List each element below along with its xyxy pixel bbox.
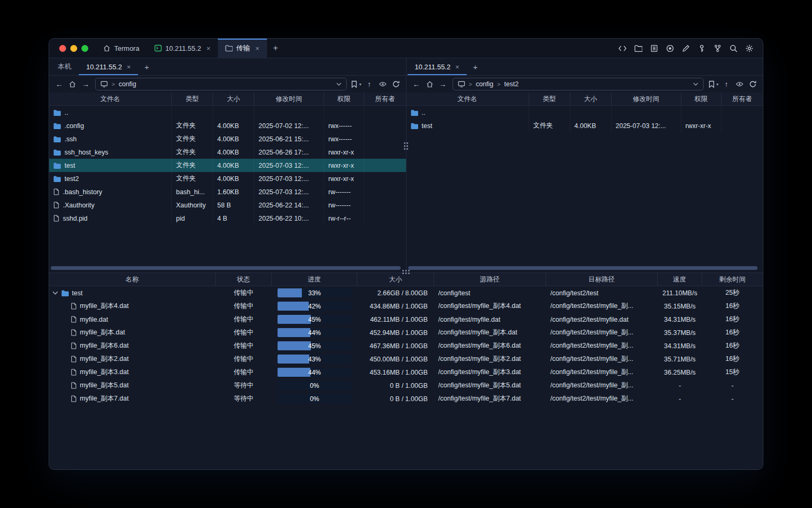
close-tab-icon[interactable]: × — [255, 45, 260, 52]
file-row[interactable]: .ssh 文件夹 4.00KB 2025-06-21 15:... rwx---… — [49, 132, 406, 146]
cell-size: 4.00KB — [213, 172, 254, 185]
file-row[interactable]: .Xauthority Xauthority 58 B 2025-06-22 1… — [49, 198, 406, 212]
tab-termora[interactable]: Termora — [96, 39, 147, 58]
column-header[interactable]: 文件名 — [49, 93, 172, 105]
column-header[interactable]: 所有者 — [722, 93, 763, 105]
back-button[interactable]: ← — [410, 78, 423, 90]
path-segment[interactable]: test2 — [504, 80, 519, 88]
transfer-row[interactable]: myfile_副本2.dat 传输中 43% 450.00MB / 1.00GB… — [49, 352, 763, 366]
show-hidden-button[interactable] — [733, 78, 746, 90]
home-button[interactable] — [423, 78, 436, 90]
file-row-selected[interactable]: test 文件夹 4.00KB 2025-07-03 12:... rwxr-x… — [49, 159, 406, 172]
branch-button[interactable] — [711, 42, 724, 55]
close-tab-icon[interactable]: × — [455, 64, 459, 70]
bookmark-button[interactable]: ▾ — [707, 78, 719, 90]
bookmark-button[interactable]: ▾ — [350, 78, 363, 90]
column-header[interactable]: 速度 — [658, 273, 702, 286]
file-row[interactable]: test2 文件夹 4.00KB 2025-07-03 12:... rwxr-… — [49, 172, 406, 185]
column-header[interactable]: 修改时间 — [254, 93, 324, 105]
search-button[interactable] — [727, 42, 740, 55]
upload-button[interactable]: ↑ — [363, 78, 376, 90]
column-header[interactable]: 大小 — [357, 273, 434, 286]
file-row[interactable]: .bash_history bash_hi... 1.60KB 2025-07-… — [49, 185, 406, 198]
horizontal-scrollbar[interactable] — [51, 266, 404, 270]
column-header[interactable]: 大小 — [213, 93, 254, 105]
cell-size: 467.36MB / 1.00GB — [357, 342, 434, 350]
transfer-splitter-grip[interactable] — [402, 270, 404, 271]
tab-transfer[interactable]: 传输 × — [218, 39, 267, 58]
new-panel-tab-button[interactable]: + — [138, 58, 155, 75]
upload-button[interactable]: ↑ — [720, 78, 733, 90]
column-header[interactable]: 目标路径 — [546, 273, 658, 286]
scrollbar-thumb[interactable] — [51, 266, 401, 270]
path-breadcrumb[interactable]: > config — [95, 78, 347, 90]
column-header[interactable]: 类型 — [172, 93, 213, 105]
tab-host-session[interactable]: 10.211.55.2 × — [147, 39, 218, 58]
panel-splitter-grip[interactable] — [404, 142, 405, 144]
transfer-table-header: 名称 状态 进度 大小 源路径 目标路径 速度 剩余时间 — [49, 273, 763, 286]
column-header[interactable]: 大小 — [570, 93, 612, 105]
tab-local[interactable]: 本机 — [50, 58, 79, 75]
back-button[interactable]: ← — [53, 78, 66, 90]
folder-icon — [53, 136, 61, 142]
transfer-row[interactable]: myfile_副本3.dat 传输中 44% 453.16MB / 1.00GB… — [49, 366, 763, 379]
path-breadcrumb[interactable]: > config > test2 — [453, 78, 704, 90]
refresh-button[interactable] — [390, 78, 402, 90]
column-header[interactable]: 修改时间 — [612, 93, 681, 105]
refresh-button[interactable] — [746, 78, 759, 90]
path-segment[interactable]: config — [476, 80, 493, 88]
new-panel-tab-button[interactable]: + — [467, 58, 484, 75]
column-header[interactable]: 类型 — [529, 93, 570, 105]
chevron-down-icon[interactable] — [693, 83, 698, 86]
transfer-row[interactable]: myfile_副本4.dat 传输中 42% 434.86MB / 1.00GB… — [49, 300, 763, 313]
log-button[interactable] — [648, 42, 660, 55]
forward-button[interactable]: → — [79, 78, 92, 90]
column-header[interactable]: 源路径 — [434, 273, 546, 286]
path-separator: > — [469, 81, 472, 87]
column-header[interactable]: 状态 — [216, 273, 272, 286]
cell-speed: 35.71MB/s — [658, 356, 702, 363]
minimize-window-button[interactable] — [70, 45, 77, 52]
close-window-button[interactable] — [59, 45, 66, 52]
close-tab-icon[interactable]: × — [127, 64, 131, 70]
file-row[interactable]: sshd.pid pid 4 B 2025-06-22 10:... rw-r-… — [49, 212, 406, 225]
column-header[interactable]: 所有者 — [364, 93, 406, 105]
chevron-down-icon[interactable] — [336, 83, 342, 86]
column-header[interactable]: 进度 — [272, 273, 357, 286]
file-row[interactable]: .. — [407, 106, 763, 119]
scrollbar-thumb[interactable] — [408, 266, 758, 270]
home-button[interactable] — [66, 78, 79, 90]
file-row[interactable]: .. — [49, 106, 406, 119]
transfer-row[interactable]: myfile.dat 传输中 45% 462.11MB / 1.00GB /co… — [49, 313, 763, 326]
path-segment[interactable]: config — [118, 80, 136, 88]
new-tab-button[interactable]: + — [267, 39, 284, 58]
close-tab-icon[interactable]: × — [206, 45, 210, 52]
expand-chevron-icon[interactable] — [52, 291, 58, 295]
forward-button[interactable]: → — [437, 78, 449, 90]
show-hidden-button[interactable] — [376, 78, 389, 90]
transfer-row[interactable]: myfile_副本6.dat 传输中 45% 467.36MB / 1.00GB… — [49, 339, 763, 352]
tab-remote-host[interactable]: 10.211.55.2 × — [408, 58, 467, 75]
settings-button[interactable] — [743, 42, 755, 55]
edit-button[interactable] — [679, 42, 692, 55]
tab-remote-host[interactable]: 10.211.55.2 × — [79, 58, 138, 75]
keys-button[interactable] — [695, 42, 708, 55]
file-row[interactable]: .config 文件夹 4.00KB 2025-07-02 12:... rwx… — [49, 119, 406, 132]
horizontal-scrollbar[interactable] — [408, 266, 762, 270]
column-header[interactable]: 文件名 — [407, 93, 529, 105]
file-row[interactable]: ssh_host_keys 文件夹 4.00KB 2025-06-26 17:.… — [49, 146, 406, 159]
code-view-button[interactable] — [616, 42, 629, 55]
transfer-row[interactable]: myfile_副本7.dat 等待中 0% 0 B / 1.00GB /conf… — [49, 392, 763, 405]
column-header[interactable]: 名称 — [49, 273, 216, 286]
transfer-row[interactable]: myfile_副本5.dat 等待中 0% 0 B / 1.00GB /conf… — [49, 379, 763, 392]
file-row[interactable]: test 文件夹 4.00KB 2025-07-03 12:... rwxr-x… — [407, 119, 763, 132]
transfer-row[interactable]: myfile_副本.dat 传输中 44% 452.94MB / 1.00GB … — [49, 326, 763, 339]
zoom-window-button[interactable] — [81, 45, 88, 52]
cell-name: myfile_副本.dat — [49, 328, 216, 337]
column-header[interactable]: 权限 — [681, 93, 722, 105]
record-button[interactable] — [663, 42, 676, 55]
transfer-row[interactable]: test 传输中 33% 2.66GB / 8.00GB /config/tes… — [49, 286, 763, 300]
column-header[interactable]: 剩余时间 — [702, 273, 763, 286]
file-manager-button[interactable] — [632, 42, 644, 55]
column-header[interactable]: 权限 — [324, 93, 364, 105]
